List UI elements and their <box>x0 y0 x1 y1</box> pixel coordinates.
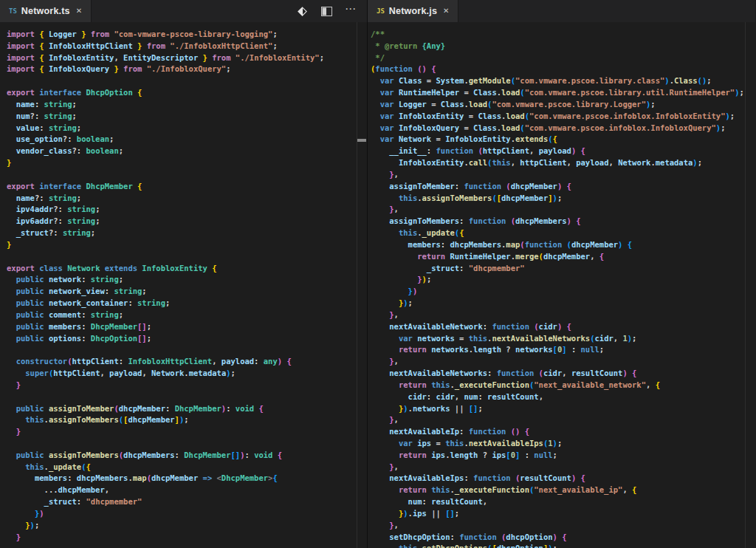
more-actions-icon[interactable]: ⋯ <box>345 5 357 17</box>
code-line: public network_view: string; <box>7 286 367 298</box>
code-line: (function () { <box>371 64 755 75</box>
code-line: var ips = this.nextAvailableIps(1); <box>371 438 755 450</box>
code-line: }, <box>371 309 755 321</box>
code-line: nextAvailableNetwork: function (cidr) { <box>371 321 755 333</box>
code-line: }, <box>371 414 755 426</box>
code-line: use_option?: boolean; <box>7 134 367 145</box>
code-line: var Logger = Class.load("com.vmware.psco… <box>371 99 755 111</box>
code-line: ipv4addr?: string; <box>7 204 367 216</box>
tab-title: Network.js <box>389 6 437 16</box>
scrollbar-right[interactable] <box>745 22 755 548</box>
code-line: this._update({ <box>7 462 367 473</box>
code-line: /** <box>371 29 755 41</box>
code-line: nextAvailableIp: function () { <box>371 426 755 438</box>
code-line: public members: DhcpMember[]; <box>7 321 367 333</box>
code-line: import { InfobloxEntity, EntityDescripto… <box>7 52 367 64</box>
code-line: }) <box>371 286 755 298</box>
cursor-overview-mark <box>357 139 366 142</box>
code-line: } <box>7 426 367 438</box>
tab-network-ts[interactable]: TS Network.ts ✕ <box>0 0 92 22</box>
code-line: }); <box>371 298 755 309</box>
code-line: nextAvailableIps: function (resultCount)… <box>371 473 755 484</box>
code-line: import { InfobloxHttpClient } from "./In… <box>7 41 367 52</box>
typescript-file-icon: TS <box>9 7 17 15</box>
editor-network-js[interactable]: /** * @return {Any} */(function () { var… <box>368 22 755 548</box>
tab-bar-right: JS Network.js ✕ <box>368 0 755 22</box>
code-line: assignToMember: function (dhcpMember) { <box>371 181 755 193</box>
code-line: name: string; <box>7 99 367 111</box>
code-line: import { InfobloxQuery } from "./Infoblo… <box>7 64 367 75</box>
code-line: var InfobloxQuery = Class.load("com.vmwa… <box>371 123 755 134</box>
code-line: } <box>7 239 367 251</box>
code-line: * @return {Any} <box>371 41 755 52</box>
code-line: super(httpClient, payload, Network.metad… <box>7 368 367 380</box>
code-line <box>7 251 367 263</box>
editor-group-left: TS Network.ts ✕ ⋯ <box>0 0 368 548</box>
code-line: } <box>7 380 367 391</box>
code-line: }, <box>371 204 755 216</box>
code-line <box>7 75 367 87</box>
code-line: nextAvailableNetworks: function (cidr, r… <box>371 368 755 380</box>
editor-group-right: JS Network.js ✕ /** * @return {Any} */(f… <box>368 0 755 548</box>
code-line: this._update({ <box>371 227 755 239</box>
code-line: export interface DhcpMember { <box>7 181 367 193</box>
overview-ruler-border <box>745 22 746 548</box>
editor-network-ts[interactable]: import { Logger } from "com-vmware-pscoe… <box>0 22 367 548</box>
open-changes-icon[interactable] <box>296 5 308 17</box>
code-line: return ips.length ? ips[0] : null; <box>371 450 755 462</box>
code-line: this.assignToMembers([dhcpMember]); <box>7 414 367 426</box>
code-line: public comment: string; <box>7 309 367 321</box>
right-code: /** * @return {Any} */(function () { var… <box>368 22 755 548</box>
code-line: }); <box>371 274 755 286</box>
split-editor-icon[interactable] <box>320 5 332 17</box>
code-line: vendor_class?: boolean; <box>7 145 367 157</box>
close-icon[interactable]: ✕ <box>75 6 83 16</box>
code-line: }, <box>371 462 755 473</box>
code-line: public assignToMember(dhcpMember: DhcpMe… <box>7 403 367 415</box>
code-line: num?: string; <box>7 111 367 123</box>
code-line: }) <box>7 508 367 520</box>
code-line: var networks = this.nextAvailableNetwork… <box>371 333 755 345</box>
code-line: return RuntimeHelper.merge(dhcpMember, { <box>371 251 755 263</box>
close-icon[interactable]: ✕ <box>441 6 450 16</box>
javascript-file-icon: JS <box>377 7 385 15</box>
code-line: value: string; <box>7 123 367 134</box>
code-line: }).ips || []; <box>371 508 755 520</box>
code-line: }); <box>7 520 367 532</box>
code-line: ipv6addr?: string; <box>7 216 367 227</box>
code-line: var InfobloxEntity = Class.load("com.vmw… <box>371 111 755 123</box>
code-line: __init__: function (httpClient, payload)… <box>371 145 755 157</box>
tab-title: Network.ts <box>21 6 70 16</box>
code-line: */ <box>371 52 755 64</box>
code-line: }, <box>371 520 755 532</box>
left-code: import { Logger } from "com-vmware-pscoe… <box>0 22 367 543</box>
code-line: members: dhcpMembers.map(dhcpMember => <… <box>7 473 367 484</box>
tab-network-js[interactable]: JS Network.js ✕ <box>368 0 458 22</box>
code-line: public assignToMembers(dhcpMembers: Dhcp… <box>7 450 367 462</box>
tab-bar-left: TS Network.ts ✕ ⋯ <box>0 0 367 22</box>
code-line: export class Network extends InfobloxEnt… <box>7 263 367 275</box>
code-line: var Class = System.getModule("com.vmware… <box>371 75 755 87</box>
code-line: import { Logger } from "com-vmware-pscoe… <box>7 29 367 41</box>
editor-workbench: TS Network.ts ✕ ⋯ <box>0 0 756 548</box>
code-line: assignToMembers: function (dhcpMembers) … <box>371 216 755 227</box>
code-line: num: resultCount, <box>371 496 755 508</box>
code-line: var Network = InfobloxEntity.extends({ <box>371 134 755 145</box>
code-line: return this._executeFunction("next_avail… <box>371 380 755 391</box>
code-line <box>7 438 367 450</box>
code-line: ...dhcpMember, <box>7 484 367 496</box>
code-line: return this._executeFunction("next_avail… <box>371 484 755 496</box>
code-line: export interface DhcpOption { <box>7 87 367 99</box>
code-line: cidr: cidr, num: resultCount, <box>371 391 755 403</box>
code-line: public options: DhcpOption[]; <box>7 333 367 345</box>
code-line: _struct: "dhcpmember" <box>7 496 367 508</box>
scrollbar-left[interactable] <box>357 22 367 548</box>
code-line: members: dhcpMembers.map(function (dhcpM… <box>371 239 755 251</box>
code-line: }).networks || []; <box>371 403 755 415</box>
code-line: InfobloxEntity.call(this, httpClient, pa… <box>371 157 755 169</box>
editor-actions-left: ⋯ <box>296 0 367 22</box>
code-line: _struct: "dhcpmember" <box>371 263 755 275</box>
overview-ruler-border <box>357 22 357 548</box>
code-line: }, <box>371 169 755 181</box>
code-line <box>7 344 367 356</box>
